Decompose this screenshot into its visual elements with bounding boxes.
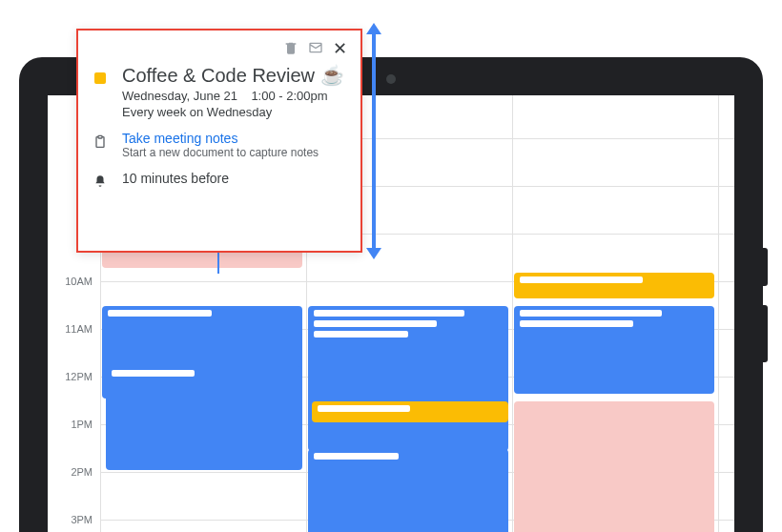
event-title: Coffee & Code Review ☕: [122, 64, 347, 87]
calendar-event[interactable]: [514, 273, 714, 298]
time-label: 3PM: [71, 514, 93, 525]
tablet-side-button: [763, 248, 768, 286]
event-title-placeholder: [314, 331, 408, 338]
event-title-placeholder: [318, 405, 410, 412]
delete-icon[interactable]: [283, 40, 298, 58]
bell-icon: [92, 171, 109, 189]
calendar-event[interactable]: [308, 449, 508, 532]
event-title-placeholder: [520, 276, 643, 283]
event-title-placeholder: [108, 310, 212, 317]
calendar-event[interactable]: [106, 366, 302, 471]
popup-actions: ✕: [92, 40, 347, 58]
time-label: 11AM: [65, 323, 93, 335]
close-icon[interactable]: ✕: [333, 40, 347, 58]
take-notes-link[interactable]: Take meeting notes: [122, 131, 347, 146]
tablet-camera-icon: [386, 74, 396, 84]
event-title-placeholder: [112, 370, 195, 377]
time-label: 12PM: [65, 371, 93, 382]
calendar-event[interactable]: [514, 306, 714, 394]
time-label: 10AM: [65, 276, 93, 287]
resize-arrow-indicator: [372, 32, 376, 250]
calendar-event[interactable]: [312, 401, 508, 422]
event-recurrence: Every week on Wednesday: [122, 105, 347, 119]
email-icon[interactable]: [308, 40, 323, 58]
time-label: 2PM: [71, 466, 93, 478]
event-title-placeholder: [314, 310, 464, 317]
event-datetime: Wednesday, June 21 1:00 - 2:00pm: [122, 89, 347, 103]
notes-icon: [92, 131, 109, 151]
reminder-text: 10 minutes before: [122, 171, 347, 186]
event-color-chip: [94, 72, 106, 84]
event-title-placeholder: [314, 453, 399, 460]
take-notes-subtitle: Start a new document to capture notes: [122, 146, 347, 159]
calendar-event[interactable]: [308, 306, 508, 451]
calendar-event[interactable]: [514, 401, 714, 532]
time-label: 1PM: [71, 419, 93, 430]
event-details-popup: ✕ Coffee & Code Review ☕ Wednesday, June…: [76, 29, 362, 253]
event-title-placeholder: [520, 310, 662, 317]
svg-rect-1: [98, 135, 102, 138]
tablet-side-button: [763, 305, 768, 362]
event-title-placeholder: [520, 320, 633, 327]
popup-pointer-line: [217, 253, 219, 274]
event-title-placeholder: [314, 320, 437, 327]
